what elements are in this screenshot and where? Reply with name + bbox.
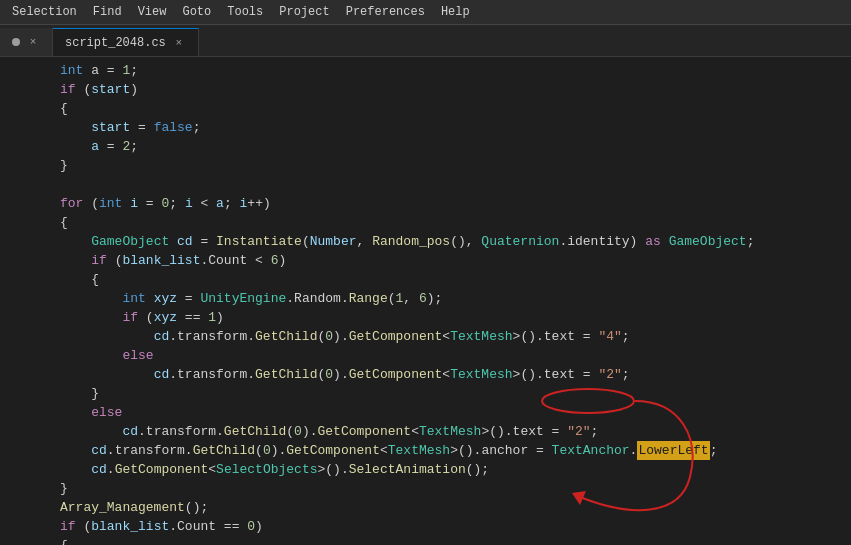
code-line: cd.transform.GetChild(0).GetComponent<Te…: [0, 365, 851, 384]
menu-project[interactable]: Project: [271, 0, 337, 24]
code-line: start = false;: [0, 118, 851, 137]
code-line: int xyz = UnityEngine.Random.Range(1, 6)…: [0, 289, 851, 308]
code-line: if (blank_list.Count == 0): [0, 517, 851, 536]
code-line: a = 2;: [0, 137, 851, 156]
tab-label-script2048: script_2048.cs: [65, 36, 166, 50]
code-line: {: [0, 213, 851, 232]
code-line: {: [0, 270, 851, 289]
menu-help[interactable]: Help: [433, 0, 478, 24]
code-line: for (int i = 0; i < a; i++): [0, 194, 851, 213]
code-line: cd.transform.GetChild(0).GetComponent<Te…: [0, 441, 851, 460]
code-line: else: [0, 346, 851, 365]
code-line: int a = 1;: [0, 61, 851, 80]
menu-bar: Selection Find View Goto Tools Project P…: [0, 0, 851, 25]
code-line: }: [0, 156, 851, 175]
code-line: else: [0, 403, 851, 422]
tab-unknown[interactable]: ×: [0, 28, 53, 56]
code-line: }: [0, 384, 851, 403]
code-line: if (blank_list.Count < 6): [0, 251, 851, 270]
code-line: cd.GetComponent<SelectObjects>().SelectA…: [0, 460, 851, 479]
code-line: {: [0, 536, 851, 545]
tab-dot-icon: [12, 38, 20, 46]
code-line: Array_Management();: [0, 498, 851, 517]
code-area: int a = 1; if (start) { start = false; a…: [0, 57, 851, 545]
menu-view[interactable]: View: [130, 0, 175, 24]
code-line: }: [0, 479, 851, 498]
code-line: [0, 175, 851, 194]
tab-close-script2048[interactable]: ×: [172, 36, 186, 50]
code-line: if (start): [0, 80, 851, 99]
code-line: cd.transform.GetChild(0).GetComponent<Te…: [0, 327, 851, 346]
menu-selection[interactable]: Selection: [4, 0, 85, 24]
menu-goto[interactable]: Goto: [174, 0, 219, 24]
code-line: if (xyz == 1): [0, 308, 851, 327]
code-line: {: [0, 99, 851, 118]
code-line: cd.transform.GetChild(0).GetComponent<Te…: [0, 422, 851, 441]
menu-find[interactable]: Find: [85, 0, 130, 24]
tab-script2048[interactable]: script_2048.cs ×: [53, 28, 199, 56]
menu-tools[interactable]: Tools: [219, 0, 271, 24]
code-line: GameObject cd = Instantiate(Number, Rand…: [0, 232, 851, 251]
tab-close-unknown[interactable]: ×: [26, 35, 40, 49]
tab-bar: × script_2048.cs ×: [0, 25, 851, 57]
menu-preferences[interactable]: Preferences: [338, 0, 433, 24]
